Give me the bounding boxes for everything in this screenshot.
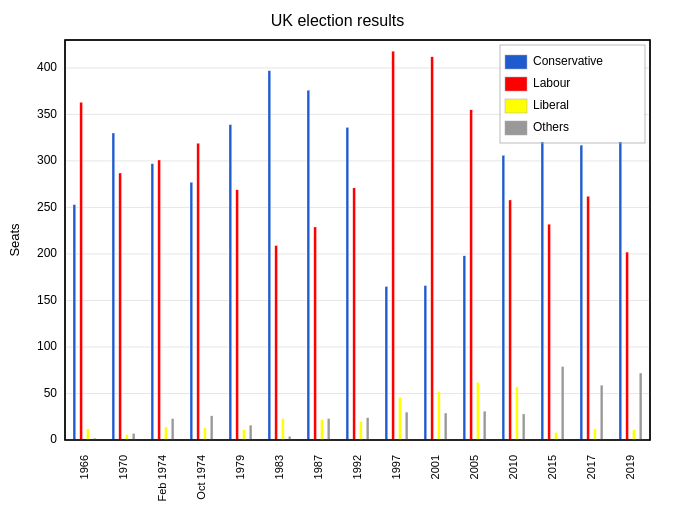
chart-container: UK election results [0, 0, 675, 520]
chart-title: UK election results [0, 0, 675, 30]
